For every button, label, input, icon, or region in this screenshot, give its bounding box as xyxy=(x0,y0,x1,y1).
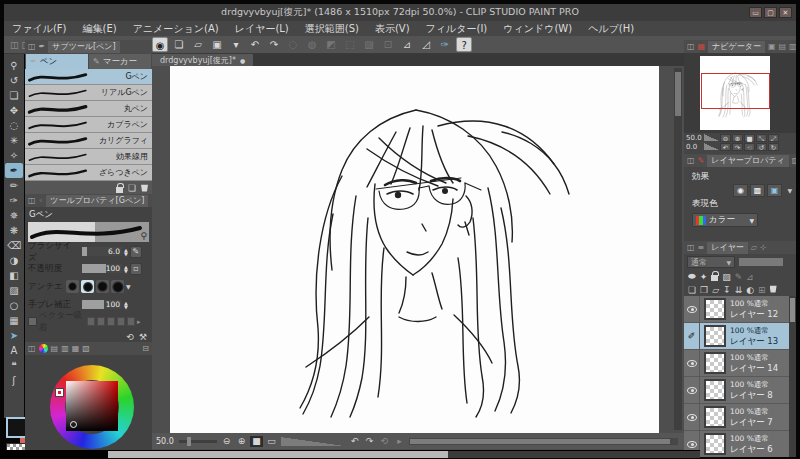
text-tool[interactable]: A xyxy=(5,343,23,358)
clip-studio-open-button[interactable]: ◉ xyxy=(152,37,168,52)
gradient-tool[interactable]: ▨ xyxy=(5,283,23,298)
reference-layer-icon[interactable]: ✦ xyxy=(700,272,708,282)
layer-row[interactable]: ✐ 100 %通常 レイヤー 8 xyxy=(684,377,789,404)
panel-menu-icon[interactable]: ◫ xyxy=(687,42,695,51)
info-tab-icon[interactable]: ▥ xyxy=(789,42,796,51)
save-dropdown[interactable]: ▾ xyxy=(228,37,244,52)
brush-list-item[interactable]: 丸ペン xyxy=(25,101,152,117)
ruler-icon[interactable]: ⊿ xyxy=(746,272,754,282)
approx-color-tab-icon[interactable]: ▧ xyxy=(82,344,90,353)
balloon-tool[interactable]: ❝ xyxy=(5,358,23,373)
brush-size-picker-button[interactable]: ✎ xyxy=(130,246,142,258)
collapse-left-panels-icon[interactable]: ◫ xyxy=(10,40,19,50)
navigator-rotate-slider[interactable] xyxy=(704,143,719,150)
subtool-tab[interactable]: ✒ ペン xyxy=(26,54,88,69)
color-wheel-tab-icon[interactable] xyxy=(39,344,48,353)
register-settings-icon[interactable]: ⚒ xyxy=(139,332,147,342)
brush-size-slider[interactable]: 6.0 xyxy=(82,247,122,256)
maximize-button[interactable]: ▢ xyxy=(764,7,777,18)
layer-mask-icon[interactable]: ◐ xyxy=(746,285,754,295)
snap-to-ruler-button[interactable]: ⊿ xyxy=(399,37,415,52)
navigator-preview[interactable] xyxy=(684,53,796,133)
opacity-slider[interactable]: 100 xyxy=(82,264,122,273)
opacity-option-button[interactable]: ▫ xyxy=(130,263,142,275)
layer-row[interactable]: ✐ 100 %通常 レイヤー 12 xyxy=(684,296,789,323)
deselect-button[interactable]: ◌ xyxy=(285,37,301,52)
selection-tool[interactable]: ◌ xyxy=(5,118,23,133)
close-button[interactable]: ✕ xyxy=(779,7,792,18)
brush-list-item[interactable]: Gペン xyxy=(25,69,152,85)
brush-list-item[interactable]: カブラペン xyxy=(25,117,152,133)
snap-to-special-ruler-button[interactable]: ◿ xyxy=(418,37,434,52)
pen-tool[interactable]: ✒ xyxy=(5,163,23,178)
reselect-button[interactable]: ◍ xyxy=(304,37,320,52)
undo-button[interactable]: ↶ xyxy=(247,37,263,52)
canvas-rotate-step-button[interactable]: ▸ xyxy=(393,434,406,448)
eyedropper-tool[interactable]: ✧ xyxy=(5,148,23,163)
menu-item[interactable]: ヘルプ(H) xyxy=(580,21,642,36)
move-canvas-tool[interactable]: ↺ xyxy=(5,73,23,88)
new-folder-icon[interactable]: ▱ xyxy=(712,285,719,295)
airbrush-tool[interactable]: ✵ xyxy=(5,208,23,223)
menu-item[interactable]: ファイル(F) xyxy=(4,21,75,36)
copy-subtool-icon[interactable]: ❏ xyxy=(128,183,136,193)
layer-visibility-toggle[interactable]: ✐ xyxy=(684,350,700,376)
open-file-button[interactable]: ▱ xyxy=(190,37,206,52)
tone-effect-button[interactable]: ▩ xyxy=(750,184,765,197)
brush-list-item[interactable]: リアルGペン xyxy=(25,85,152,101)
layer-visibility-toggle[interactable]: ✐ xyxy=(684,296,700,322)
new-vector-layer-icon[interactable]: ❐ xyxy=(700,285,708,295)
antialias-strong-button[interactable] xyxy=(111,280,124,293)
object-tool[interactable]: ➤ xyxy=(5,328,23,343)
delete-subtool-icon[interactable] xyxy=(141,184,148,192)
eraser-tool[interactable]: ⌫ xyxy=(5,238,23,253)
menu-item[interactable]: 編集(E) xyxy=(75,21,125,36)
nav-flip-v-button[interactable]: ⤢ xyxy=(768,134,779,142)
menu-item[interactable]: 選択範囲(S) xyxy=(297,21,367,36)
zoom-tool[interactable]: ⚲ xyxy=(5,58,23,73)
animation-tab-icon[interactable]: ▨ xyxy=(792,156,796,165)
canvas-reset-rotation-button[interactable]: ⟲ xyxy=(378,434,391,448)
vector-snap-checkbox[interactable] xyxy=(28,317,37,326)
nav-rotate-ccw-button[interactable]: ↶ xyxy=(720,143,731,151)
navigator-zoom-slider[interactable] xyxy=(704,134,719,141)
lock-transparent-icon[interactable]: ▨ xyxy=(722,272,731,282)
sv-cursor[interactable] xyxy=(70,421,77,428)
layer-row[interactable]: ✐ 100 %通常 レイヤー 14 xyxy=(684,350,789,377)
antialias-none-button[interactable] xyxy=(66,280,79,293)
line-correction-tool[interactable]: ʃ xyxy=(5,373,23,388)
delete-layer-icon[interactable] xyxy=(770,285,777,295)
menu-item[interactable]: レイヤー(L) xyxy=(227,21,297,36)
layer-opacity-slider[interactable] xyxy=(739,258,783,266)
layer-row[interactable]: ✐ 100 %通常 レイヤー 7 xyxy=(684,404,789,431)
snap-to-grid-button[interactable]: ✑ xyxy=(437,37,453,52)
layer-visibility-toggle[interactable]: ✐ xyxy=(684,377,700,403)
clip-at-layer-icon[interactable]: ⬬ xyxy=(688,271,696,282)
nav-flip-canvas-button[interactable]: ↺ xyxy=(756,143,767,151)
lock-layer-icon[interactable] xyxy=(711,271,718,283)
blend-tool[interactable]: ◑ xyxy=(5,253,23,268)
fill-tool[interactable]: ◧ xyxy=(5,268,23,283)
document-tab[interactable]: drdgvyvbyuj[復元]* ● xyxy=(152,54,253,66)
antialias-weak-button[interactable] xyxy=(81,280,94,293)
save-file-button[interactable]: ▣ xyxy=(209,37,225,52)
panel-menu-icon[interactable]: ◫ xyxy=(28,42,36,51)
camera-icon[interactable]: ⊞ xyxy=(758,285,766,295)
nav-zoom-out-button[interactable]: ⊖ xyxy=(720,134,731,142)
intermediate-color-tab-icon[interactable]: ▦ xyxy=(72,344,80,353)
nav-rotate-cw-button[interactable]: ↷ xyxy=(732,143,743,151)
color-set-tab-icon[interactable]: ▥ xyxy=(61,344,69,353)
brush-list-item[interactable]: 効果線用 xyxy=(25,149,152,165)
canvas-vertical-scrollbar[interactable] xyxy=(674,68,682,430)
panel-menu-icon[interactable]: ◫ xyxy=(687,243,695,252)
layer-move-tool[interactable]: ✥ xyxy=(5,103,23,118)
expression-color-dropdown[interactable]: カラー ▼ xyxy=(692,213,758,227)
antialias-medium-button[interactable] xyxy=(96,280,109,293)
item-bank-tab-icon[interactable]: ▤ xyxy=(778,42,786,51)
nav-reset-rotation-button[interactable]: ⟲ xyxy=(744,143,755,151)
hue-marker[interactable] xyxy=(56,389,63,396)
magnifier-icon[interactable]: ⚲ xyxy=(140,231,147,241)
stabilize-stepper[interactable]: ▲▼ xyxy=(124,301,128,309)
color-slider-tab-icon[interactable]: ▤ xyxy=(51,344,59,353)
pencil-tool[interactable]: ✏ xyxy=(5,178,23,193)
